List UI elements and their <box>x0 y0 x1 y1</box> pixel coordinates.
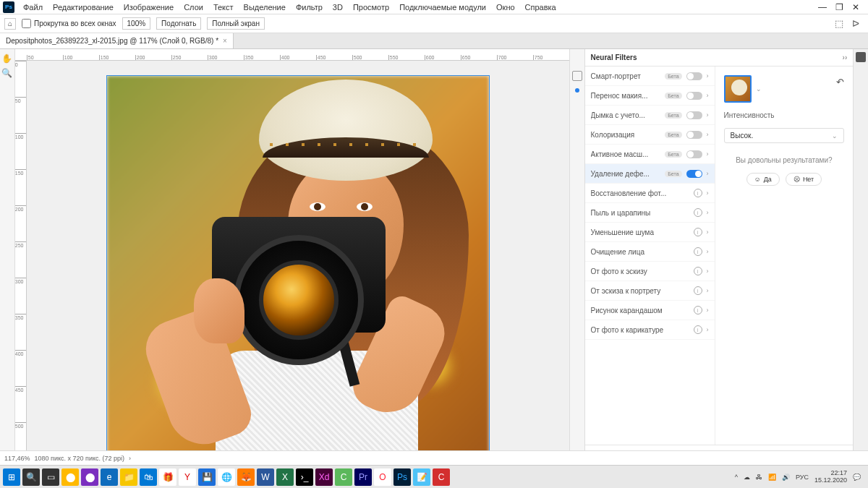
filter-toggle[interactable] <box>686 111 702 119</box>
taskbar-app-explorer[interactable]: 📁 <box>120 468 137 486</box>
beta-badge: Бета <box>665 93 681 99</box>
menu-plugins[interactable]: Подключаемые модули <box>395 1 490 13</box>
tray-network-icon[interactable]: 🖧 <box>756 474 762 481</box>
taskbar-app-terminal[interactable]: ›_ <box>296 468 313 486</box>
filter-toggle[interactable] <box>686 170 702 178</box>
info-icon[interactable]: i <box>694 247 702 256</box>
info-icon[interactable]: i <box>694 208 702 217</box>
info-icon[interactable]: i <box>694 325 702 334</box>
close-button[interactable]: ✕ <box>852 2 859 12</box>
taskbar-app-firefox[interactable]: 🦊 <box>237 468 255 486</box>
taskbar-app-red[interactable]: C <box>433 468 450 486</box>
feedback-yes-button[interactable]: ☺Да <box>746 173 780 186</box>
menu-filter[interactable]: Фильтр <box>292 1 327 13</box>
filter-label: Восстановление фот... <box>591 189 689 197</box>
scroll-all-checkbox[interactable]: Прокрутка во всех окнах <box>22 19 116 28</box>
filter-row-9[interactable]: Очищение лицаi› <box>585 242 715 262</box>
menu-text[interactable]: Текст <box>209 1 238 13</box>
tray-onedrive-icon[interactable]: ☁ <box>744 474 750 481</box>
minimize-button[interactable]: — <box>818 2 827 12</box>
taskbar-app-notes[interactable]: 📝 <box>413 468 430 486</box>
menu-edit[interactable]: Редактирование <box>48 1 118 13</box>
tray-language[interactable]: РУС <box>796 474 809 481</box>
info-icon[interactable]: i <box>694 267 702 275</box>
share-icon[interactable]: ᐅ <box>852 18 859 29</box>
filter-row-0[interactable]: Смарт-портретБета› <box>585 67 715 86</box>
taskbar-app-chrome[interactable]: 🌐 <box>218 468 235 486</box>
collapse-icon[interactable]: ›› <box>843 53 848 61</box>
zoom-100-button[interactable]: 100% <box>122 17 151 30</box>
tray-notifications-icon[interactable]: 💬 <box>853 474 861 481</box>
tray-clock[interactable]: 22:1715.12.2020 <box>814 470 847 484</box>
taskbar-app-save[interactable]: 💾 <box>198 468 216 486</box>
filter-row-13[interactable]: От фото к карикатуреi› <box>585 320 715 340</box>
filter-row-7[interactable]: Пыль и царапиныi› <box>585 203 715 223</box>
status-chevron-icon[interactable]: › <box>129 455 131 462</box>
taskbar-app-gift[interactable]: 🎁 <box>159 468 176 486</box>
document-tab[interactable]: Depositphotos_26389223_xl-2015.jpg @ 117… <box>0 33 234 48</box>
filter-row-4[interactable]: Активное масш...Бета› <box>585 145 715 164</box>
menu-file[interactable]: Файл <box>19 1 47 13</box>
search-button[interactable]: 🔍 <box>22 468 40 486</box>
menu-image[interactable]: Изображение <box>119 1 178 13</box>
filter-toggle[interactable] <box>686 150 702 158</box>
menu-help[interactable]: Справка <box>521 1 561 13</box>
fullscreen-button[interactable]: Полный экран <box>207 17 265 30</box>
filter-row-6[interactable]: Восстановление фот...i› <box>585 184 715 203</box>
taskview-button[interactable]: ▭ <box>42 468 59 486</box>
taskbar-app-1[interactable]: ⬤ <box>61 468 79 486</box>
filter-row-3[interactable]: КолоризацияБета› <box>585 125 715 145</box>
filter-label: Перенос макия... <box>591 92 661 100</box>
menu-view[interactable]: Просмотр <box>349 1 393 13</box>
fit-button[interactable]: Подогнать <box>156 17 201 30</box>
palette-icon[interactable] <box>572 71 582 81</box>
zoom-tool[interactable]: 🔍 <box>1 67 14 80</box>
taskbar-app-photoshop[interactable]: Ps <box>393 468 411 486</box>
search-icon[interactable]: ⬚ <box>835 18 843 29</box>
taskbar-app-opera[interactable]: O <box>374 468 391 486</box>
taskbar-app-yandex[interactable]: Y <box>179 468 196 486</box>
filter-toggle[interactable] <box>686 92 702 100</box>
filter-row-1[interactable]: Перенос макия...Бета› <box>585 86 715 106</box>
filter-row-5[interactable]: Удаление дефе...Бета› <box>585 164 715 184</box>
preview-dropdown-icon[interactable]: ⌄ <box>756 85 762 93</box>
filter-row-10[interactable]: От фото к эскизуi› <box>585 262 715 281</box>
tray-wifi-icon[interactable]: 📶 <box>768 474 776 481</box>
taskbar-app-store[interactable]: 🛍 <box>140 468 157 486</box>
intensity-select[interactable]: Высок.⌄ <box>724 128 845 143</box>
taskbar-app-edge[interactable]: e <box>101 468 118 486</box>
filter-toggle[interactable] <box>686 72 702 80</box>
hand-tool[interactable]: ✋ <box>1 52 14 65</box>
menu-layers[interactable]: Слои <box>179 1 208 13</box>
home-icon[interactable]: ⌂ <box>4 18 16 30</box>
filter-row-8[interactable]: Уменьшение шумаi› <box>585 223 715 242</box>
tray-volume-icon[interactable]: 🔊 <box>782 474 790 481</box>
filter-toggle[interactable] <box>686 131 702 139</box>
tab-close-icon[interactable]: × <box>223 37 227 45</box>
tray-chevron-icon[interactable]: ^ <box>735 474 738 481</box>
taskbar-app-2[interactable]: ⬤ <box>81 468 98 486</box>
taskbar-app-camtasia[interactable]: C <box>335 468 352 486</box>
canvas[interactable] <box>27 61 569 474</box>
taskbar-app-premiere[interactable]: Pr <box>354 468 372 486</box>
filter-row-2[interactable]: Дымка с учето...Бета› <box>585 106 715 125</box>
filter-row-11[interactable]: От эскиза к портретуi› <box>585 281 715 301</box>
menu-window[interactable]: Окно <box>492 1 519 13</box>
info-icon[interactable]: i <box>694 286 702 295</box>
taskbar-app-xd[interactable]: Xd <box>315 468 333 486</box>
collapsed-panel-icon[interactable] <box>856 52 866 62</box>
info-icon[interactable]: i <box>694 189 702 197</box>
info-icon[interactable]: i <box>694 306 702 314</box>
taskbar-app-word[interactable]: W <box>257 468 274 486</box>
info-icon[interactable]: i <box>694 228 702 236</box>
menu-select[interactable]: Выделение <box>239 1 290 13</box>
reset-icon[interactable]: ↶ <box>836 77 844 87</box>
taskbar-app-excel[interactable]: X <box>276 468 294 486</box>
restore-button[interactable]: ❐ <box>835 2 843 12</box>
feedback-no-button[interactable]: ☹Нет <box>786 173 822 186</box>
start-button[interactable]: ⊞ <box>3 468 20 486</box>
filter-row-12[interactable]: Рисунок карандашомi› <box>585 301 715 320</box>
status-zoom[interactable]: 117,46% <box>4 455 30 462</box>
menu-3d[interactable]: 3D <box>328 1 347 13</box>
face-preview[interactable] <box>724 75 752 103</box>
